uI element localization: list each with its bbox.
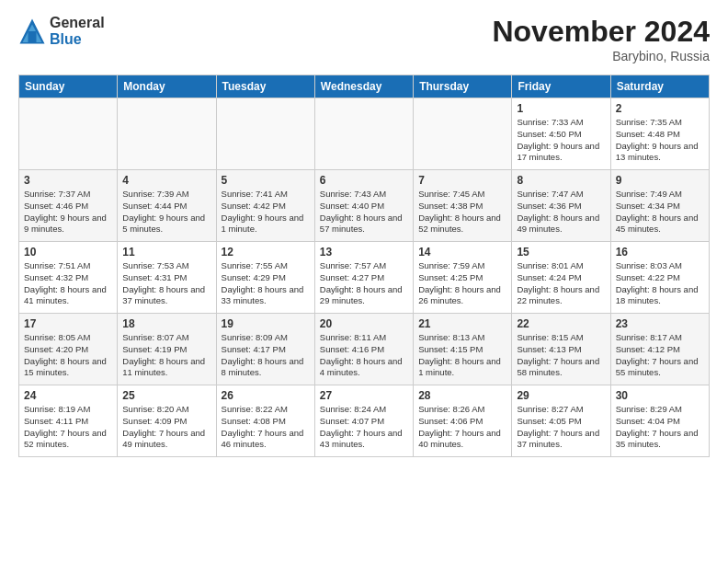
table-row: 9Sunrise: 7:49 AM Sunset: 4:34 PM Daylig… — [610, 170, 709, 242]
table-row: 24Sunrise: 8:19 AM Sunset: 4:11 PM Dayli… — [19, 385, 118, 457]
day-number: 8 — [517, 174, 605, 187]
day-number: 4 — [122, 174, 210, 187]
day-number: 25 — [122, 389, 210, 402]
calendar-week-5: 24Sunrise: 8:19 AM Sunset: 4:11 PM Dayli… — [19, 385, 710, 457]
header-monday: Monday — [118, 75, 216, 98]
day-number: 3 — [24, 174, 112, 187]
day-info: Sunrise: 8:27 AM Sunset: 4:05 PM Dayligh… — [517, 404, 605, 451]
logo-icon — [18, 17, 46, 45]
table-row: 26Sunrise: 8:22 AM Sunset: 4:08 PM Dayli… — [216, 385, 314, 457]
day-info: Sunrise: 8:24 AM Sunset: 4:07 PM Dayligh… — [320, 404, 408, 451]
header-thursday: Thursday — [414, 75, 512, 98]
table-row: 6Sunrise: 7:43 AM Sunset: 4:40 PM Daylig… — [314, 170, 413, 242]
day-number: 2 — [616, 102, 704, 115]
day-number: 16 — [616, 246, 704, 259]
day-number: 26 — [222, 389, 310, 402]
day-number: 29 — [517, 389, 605, 402]
month-title: November 2024 — [492, 15, 710, 49]
day-number: 1 — [517, 102, 605, 115]
table-row — [414, 98, 512, 170]
svg-rect-2 — [28, 31, 37, 42]
day-number: 6 — [320, 174, 408, 187]
calendar-week-4: 17Sunrise: 8:05 AM Sunset: 4:20 PM Dayli… — [19, 314, 710, 385]
table-row: 20Sunrise: 8:11 AM Sunset: 4:16 PM Dayli… — [314, 314, 413, 385]
day-number: 13 — [320, 246, 408, 259]
table-row: 23Sunrise: 8:17 AM Sunset: 4:12 PM Dayli… — [610, 314, 709, 385]
header-saturday: Saturday — [610, 75, 709, 98]
table-row — [19, 98, 118, 170]
table-row: 29Sunrise: 8:27 AM Sunset: 4:05 PM Dayli… — [512, 385, 610, 457]
day-number: 7 — [418, 174, 506, 187]
day-info: Sunrise: 8:15 AM Sunset: 4:13 PM Dayligh… — [517, 332, 605, 379]
header: General Blue November 2024 Barybino, Rus… — [18, 15, 710, 63]
day-info: Sunrise: 8:01 AM Sunset: 4:24 PM Dayligh… — [517, 260, 605, 307]
day-info: Sunrise: 7:47 AM Sunset: 4:36 PM Dayligh… — [517, 189, 605, 236]
day-info: Sunrise: 8:22 AM Sunset: 4:08 PM Dayligh… — [222, 404, 310, 451]
day-number: 14 — [418, 246, 506, 259]
day-info: Sunrise: 8:29 AM Sunset: 4:04 PM Dayligh… — [616, 404, 704, 451]
table-row: 21Sunrise: 8:13 AM Sunset: 4:15 PM Dayli… — [414, 314, 512, 385]
day-number: 30 — [616, 389, 704, 402]
table-row: 7Sunrise: 7:45 AM Sunset: 4:38 PM Daylig… — [414, 170, 512, 242]
logo-blue-label: Blue — [50, 31, 105, 48]
calendar-header-row: Sunday Monday Tuesday Wednesday Thursday… — [19, 75, 710, 98]
day-number: 19 — [222, 317, 310, 330]
day-info: Sunrise: 7:33 AM Sunset: 4:50 PM Dayligh… — [517, 117, 605, 164]
table-row: 10Sunrise: 7:51 AM Sunset: 4:32 PM Dayli… — [19, 242, 118, 314]
table-row: 2Sunrise: 7:35 AM Sunset: 4:48 PM Daylig… — [610, 98, 709, 170]
table-row: 1Sunrise: 7:33 AM Sunset: 4:50 PM Daylig… — [512, 98, 610, 170]
day-info: Sunrise: 7:59 AM Sunset: 4:25 PM Dayligh… — [418, 260, 506, 307]
table-row: 22Sunrise: 8:15 AM Sunset: 4:13 PM Dayli… — [512, 314, 610, 385]
day-number: 10 — [24, 246, 112, 259]
table-row: 18Sunrise: 8:07 AM Sunset: 4:19 PM Dayli… — [118, 314, 216, 385]
day-info: Sunrise: 7:41 AM Sunset: 4:42 PM Dayligh… — [222, 189, 310, 236]
day-info: Sunrise: 7:39 AM Sunset: 4:44 PM Dayligh… — [122, 189, 210, 236]
table-row: 12Sunrise: 7:55 AM Sunset: 4:29 PM Dayli… — [216, 242, 314, 314]
day-number: 18 — [122, 317, 210, 330]
day-number: 20 — [320, 317, 408, 330]
calendar-week-2: 3Sunrise: 7:37 AM Sunset: 4:46 PM Daylig… — [19, 170, 710, 242]
table-row: 19Sunrise: 8:09 AM Sunset: 4:17 PM Dayli… — [216, 314, 314, 385]
header-tuesday: Tuesday — [216, 75, 314, 98]
table-row — [314, 98, 413, 170]
day-number: 23 — [616, 317, 704, 330]
table-row: 4Sunrise: 7:39 AM Sunset: 4:44 PM Daylig… — [118, 170, 216, 242]
day-number: 24 — [24, 389, 112, 402]
day-info: Sunrise: 7:51 AM Sunset: 4:32 PM Dayligh… — [24, 260, 112, 307]
day-info: Sunrise: 8:03 AM Sunset: 4:22 PM Dayligh… — [616, 260, 704, 307]
location: Barybino, Russia — [492, 49, 710, 63]
day-info: Sunrise: 8:26 AM Sunset: 4:06 PM Dayligh… — [418, 404, 506, 451]
day-number: 22 — [517, 317, 605, 330]
logo-general-label: General — [50, 15, 105, 31]
title-block: November 2024 Barybino, Russia — [492, 15, 710, 63]
day-info: Sunrise: 8:19 AM Sunset: 4:11 PM Dayligh… — [24, 404, 112, 451]
table-row: 16Sunrise: 8:03 AM Sunset: 4:22 PM Dayli… — [610, 242, 709, 314]
day-info: Sunrise: 7:45 AM Sunset: 4:38 PM Dayligh… — [418, 189, 506, 236]
table-row: 27Sunrise: 8:24 AM Sunset: 4:07 PM Dayli… — [314, 385, 413, 457]
day-info: Sunrise: 8:20 AM Sunset: 4:09 PM Dayligh… — [122, 404, 210, 451]
table-row: 25Sunrise: 8:20 AM Sunset: 4:09 PM Dayli… — [118, 385, 216, 457]
day-number: 28 — [418, 389, 506, 402]
day-info: Sunrise: 8:09 AM Sunset: 4:17 PM Dayligh… — [222, 332, 310, 379]
calendar-table: Sunday Monday Tuesday Wednesday Thursday… — [18, 75, 710, 457]
table-row: 30Sunrise: 8:29 AM Sunset: 4:04 PM Dayli… — [610, 385, 709, 457]
table-row: 15Sunrise: 8:01 AM Sunset: 4:24 PM Dayli… — [512, 242, 610, 314]
day-info: Sunrise: 8:17 AM Sunset: 4:12 PM Dayligh… — [616, 332, 704, 379]
table-row: 8Sunrise: 7:47 AM Sunset: 4:36 PM Daylig… — [512, 170, 610, 242]
day-info: Sunrise: 7:37 AM Sunset: 4:46 PM Dayligh… — [24, 189, 112, 236]
day-info: Sunrise: 8:05 AM Sunset: 4:20 PM Dayligh… — [24, 332, 112, 379]
table-row: 28Sunrise: 8:26 AM Sunset: 4:06 PM Dayli… — [414, 385, 512, 457]
table-row — [118, 98, 216, 170]
page: General Blue November 2024 Barybino, Rus… — [0, 0, 728, 466]
day-info: Sunrise: 7:55 AM Sunset: 4:29 PM Dayligh… — [222, 260, 310, 307]
calendar-week-3: 10Sunrise: 7:51 AM Sunset: 4:32 PM Dayli… — [19, 242, 710, 314]
table-row: 11Sunrise: 7:53 AM Sunset: 4:31 PM Dayli… — [118, 242, 216, 314]
day-number: 11 — [122, 246, 210, 259]
header-friday: Friday — [512, 75, 610, 98]
day-number: 21 — [418, 317, 506, 330]
table-row: 5Sunrise: 7:41 AM Sunset: 4:42 PM Daylig… — [216, 170, 314, 242]
day-info: Sunrise: 8:07 AM Sunset: 4:19 PM Dayligh… — [122, 332, 210, 379]
table-row: 3Sunrise: 7:37 AM Sunset: 4:46 PM Daylig… — [19, 170, 118, 242]
header-sunday: Sunday — [19, 75, 118, 98]
table-row: 13Sunrise: 7:57 AM Sunset: 4:27 PM Dayli… — [314, 242, 413, 314]
